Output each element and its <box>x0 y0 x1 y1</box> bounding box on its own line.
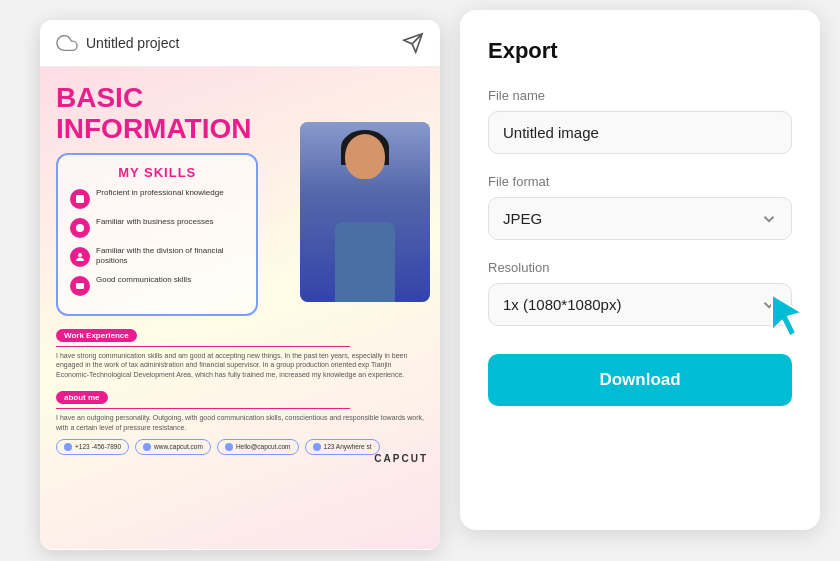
file-name-input[interactable] <box>488 111 792 154</box>
location-icon <box>313 443 321 451</box>
contact-location: 123 Anywhere st <box>305 439 380 455</box>
resume-bg: BASICINFORMATION MY SKILLS Proficient in… <box>40 67 440 549</box>
resolution-wrapper: 1x (1080*1080px) 2x (2160*2160px) 0.5x (… <box>488 283 792 326</box>
about-text: I have an outgoing personality. Outgoing… <box>56 413 424 433</box>
about-divider <box>56 408 350 409</box>
resolution-label: Resolution <box>488 260 792 275</box>
resolution-select[interactable]: 1x (1080*1080px) 2x (2160*2160px) 0.5x (… <box>488 283 792 326</box>
section-divider <box>56 346 350 347</box>
web-icon <box>143 443 151 451</box>
person-head <box>345 134 385 179</box>
capcut-watermark: CAPCUT <box>374 453 428 464</box>
web-text: www.capcut.com <box>154 443 203 450</box>
export-title: Export <box>488 38 792 64</box>
skill-item: Familiar with business processes <box>70 217 244 238</box>
svg-point-1 <box>76 224 84 232</box>
project-title: Untitled project <box>86 35 179 51</box>
cursor-arrow-icon <box>764 290 812 338</box>
skill-item: Proficient in professional knowledge <box>70 188 244 209</box>
email-icon <box>225 443 233 451</box>
about-section: about me I have an outgoing personality.… <box>56 386 424 433</box>
contact-bar: +123 -456-7890 www.capcut.com Hello@capc… <box>56 439 424 455</box>
export-panel: Export File name File format JPEG PNG PD… <box>460 10 820 530</box>
skill-text-2: Familiar with business processes <box>96 217 213 227</box>
share-icon[interactable] <box>402 32 424 54</box>
file-format-label: File format <box>488 174 792 189</box>
phone-icon <box>64 443 72 451</box>
person-silhouette <box>300 122 430 302</box>
skill-icon-1 <box>70 189 90 209</box>
work-exp-text: I have strong communication skills and a… <box>56 351 424 380</box>
svg-rect-0 <box>76 195 84 203</box>
design-content: BASICINFORMATION MY SKILLS Proficient in… <box>40 67 440 549</box>
skill-item: Good communication skills <box>70 275 244 296</box>
skill-icon-2 <box>70 218 90 238</box>
skill-text-4: Good communication skills <box>96 275 191 285</box>
svg-point-2 <box>78 253 82 257</box>
work-exp-section: Work Experience I have strong communicat… <box>56 324 424 380</box>
design-preview-card: Untitled project BASICINFORMATION MY SKI… <box>40 20 440 550</box>
contact-phone: +123 -456-7890 <box>56 439 129 455</box>
download-button[interactable]: Download <box>488 354 792 406</box>
contact-web: www.capcut.com <box>135 439 211 455</box>
skills-box: MY SKILLS Proficient in professional kno… <box>56 153 258 316</box>
cloud-icon <box>56 32 78 54</box>
file-format-select[interactable]: JPEG PNG PDF GIF MP4 <box>488 197 792 240</box>
skills-title: MY SKILLS <box>70 165 244 180</box>
svg-marker-4 <box>772 294 802 336</box>
file-format-wrapper: JPEG PNG PDF GIF MP4 <box>488 197 792 240</box>
person-body <box>335 222 395 302</box>
main-container: Untitled project BASICINFORMATION MY SKI… <box>0 0 840 561</box>
skill-icon-4 <box>70 276 90 296</box>
design-header: Untitled project <box>40 20 440 67</box>
skill-text-1: Proficient in professional knowledge <box>96 188 224 198</box>
design-header-left: Untitled project <box>56 32 179 54</box>
skill-text-3: Familiar with the division of financial … <box>96 246 244 267</box>
file-name-label: File name <box>488 88 792 103</box>
work-exp-label: Work Experience <box>56 329 137 342</box>
contact-email: Hello@capcut.com <box>217 439 299 455</box>
phone-text: +123 -456-7890 <box>75 443 121 450</box>
skill-icon-3 <box>70 247 90 267</box>
location-text: 123 Anywhere st <box>324 443 372 450</box>
person-photo <box>300 122 430 302</box>
about-label: about me <box>56 391 108 404</box>
skill-item: Familiar with the division of financial … <box>70 246 244 267</box>
email-text: Hello@capcut.com <box>236 443 291 450</box>
